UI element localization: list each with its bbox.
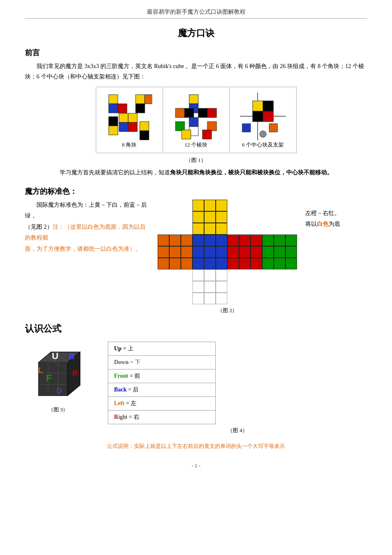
cube-label-corners: 8 角块 [105, 141, 154, 149]
svg-rect-12 [140, 122, 149, 131]
svg-rect-16 [175, 108, 185, 117]
color-standard-heading: 魔方的标准色： [25, 186, 367, 196]
site-header-title: 最容易学的新手魔方公式口诀图解教程 [147, 9, 246, 15]
svg-text:B: B [69, 352, 74, 361]
fig4-caption: （图 4） [108, 427, 367, 434]
page-number: - 1 - [192, 462, 201, 469]
color-line2: （见图 2）注：（这里以白色为底面，因为以后的教程都 [25, 222, 149, 244]
cube-img-corners: 8 角块 [96, 87, 163, 153]
formula-layout: U F L B R D （图 3） [25, 342, 367, 434]
formula-explain-text: 公式说明：实际上就是以上下左右前后的英文的单词的头一个大写字母表示 [25, 443, 367, 450]
fig1-caption: （图 1） [25, 156, 367, 164]
svg-rect-25 [202, 130, 212, 139]
svg-rect-22 [175, 122, 185, 131]
svg-point-36 [260, 131, 266, 137]
formula-row-right: Right = 右 [108, 410, 216, 424]
svg-rect-19 [207, 108, 217, 117]
cube-label-centers: 6 个中心块及支架 [238, 141, 288, 149]
color-text-right: 左橙－右红。 将以白色为底 [305, 200, 388, 230]
color-line1: 国际魔方标准色为：上黄－下白，前蓝－后绿， [25, 200, 149, 222]
svg-text:L: L [38, 366, 43, 374]
svg-rect-7 [128, 113, 137, 122]
cube3d-svg: U F L B R D [26, 342, 90, 406]
formula-cell-front: Front = 前 [108, 369, 216, 383]
svg-text:R: R [72, 369, 78, 377]
cube-img-centers: 6 个中心块及支架 [229, 87, 296, 153]
formula-row-front: Front = 前 [108, 369, 216, 383]
svg-rect-35 [242, 124, 251, 132]
rubik-net-grid [158, 200, 297, 304]
formula-table-block: Up = 上 Down = 下 Front = 前 [108, 342, 367, 434]
svg-rect-9 [128, 122, 137, 132]
formula-heading: 认识公式 [25, 323, 367, 335]
svg-rect-18 [198, 108, 207, 117]
svg-rect-2 [118, 104, 127, 113]
color-right-line2: 将以白色为底 [305, 219, 388, 230]
learn-text: 学习魔方首先就要搞清它的以上结构，知道角块只能和角块换位，棱块只能和棱块换位，中… [25, 167, 367, 178]
page-title: 魔方口诀 [25, 27, 367, 39]
fig2-caption: （图 2） [217, 307, 238, 314]
formula-cell-down: Down = 下 [108, 355, 216, 369]
formula-row-back: Back = 后 [108, 383, 216, 396]
svg-rect-10 [109, 126, 118, 135]
formula-cell-up: Up = 上 [108, 342, 216, 355]
svg-rect-11 [109, 117, 118, 126]
svg-rect-34 [269, 124, 278, 132]
color-layout: 国际魔方标准色为：上黄－下白，前蓝－后绿， （见图 2）注：（这里以白色为底面，… [25, 200, 367, 314]
highlight-corner-edge: 角块只能和角块换位，棱块只能和棱块换位，中心块不能移动。 [170, 169, 333, 176]
rubik-net-diagram: （图 2） [158, 200, 297, 314]
svg-text:F: F [46, 373, 51, 383]
formula-row-left: Left = 左 [108, 396, 216, 410]
svg-rect-3 [136, 95, 145, 104]
svg-rect-8 [119, 122, 128, 132]
page: 最容易学的新手魔方公式口诀图解教程 魔方口诀 前言 我们常见的魔方是 3x3x3… [0, 0, 392, 555]
color-line3: 面，为了方便教学，请都统一以白色为准）。 [25, 244, 149, 255]
svg-rect-0 [109, 95, 118, 104]
svg-rect-14 [189, 95, 198, 104]
svg-text:D: D [56, 387, 62, 395]
svg-text:U: U [52, 351, 58, 361]
formula-row-down: Down = 下 [108, 355, 216, 369]
color-text-left: 国际魔方标准色为：上黄－下白，前蓝－后绿， （见图 2）注：（这里以白色为底面，… [25, 200, 149, 255]
site-header: 最容易学的新手魔方公式口诀图解教程 [25, 8, 367, 19]
formula-cell-left: Left = 左 [108, 396, 216, 410]
page-footer: - 1 - [25, 462, 367, 469]
svg-rect-28 [253, 111, 263, 122]
formula-row-up: Up = 上 [108, 342, 216, 355]
svg-rect-4 [136, 104, 145, 113]
svg-rect-29 [263, 111, 273, 122]
color-right-line1: 左橙－右红。 [305, 208, 388, 219]
cube-label-edges: 12 个棱块 [171, 141, 221, 149]
svg-rect-6 [119, 113, 128, 122]
color-note: 注：（这里以白色为底面，因为以后的教程都 [25, 224, 146, 241]
intro-heading: 前言 [25, 48, 367, 58]
svg-rect-24 [182, 130, 191, 139]
cube3d-block: U F L B R D （图 3） [25, 342, 91, 413]
cube-images-table: 8 角块 [96, 87, 297, 153]
formula-cell-right: Right = 右 [108, 410, 216, 424]
formula-section: 认识公式 [25, 323, 367, 450]
svg-rect-27 [263, 101, 273, 111]
svg-rect-23 [207, 122, 217, 131]
intro-text: 我们常见的魔方是 3x3x3 的三阶魔方，英文名 Rubik's cube 。是… [25, 61, 367, 82]
svg-rect-26 [253, 101, 263, 111]
fig3-caption: （图 3） [48, 406, 68, 413]
svg-rect-5 [145, 95, 152, 104]
svg-rect-17 [185, 108, 194, 117]
svg-rect-13 [140, 131, 149, 140]
svg-marker-37 [39, 362, 68, 396]
svg-rect-20 [189, 117, 198, 127]
cube-img-edges: 12 个棱块 [163, 87, 229, 153]
svg-rect-1 [109, 104, 118, 113]
intro-section: 前言 我们常见的魔方是 3x3x3 的三阶魔方，英文名 Rubik's cube… [25, 48, 367, 82]
color-standard-section: 魔方的标准色： 国际魔方标准色为：上黄－下白，前蓝－后绿， （见图 2）注：（这… [25, 186, 367, 314]
formula-table: Up = 上 Down = 下 Front = 前 [108, 342, 216, 424]
color-white-bold: 白色 [317, 221, 329, 227]
formula-cell-back: Back = 后 [108, 383, 216, 396]
